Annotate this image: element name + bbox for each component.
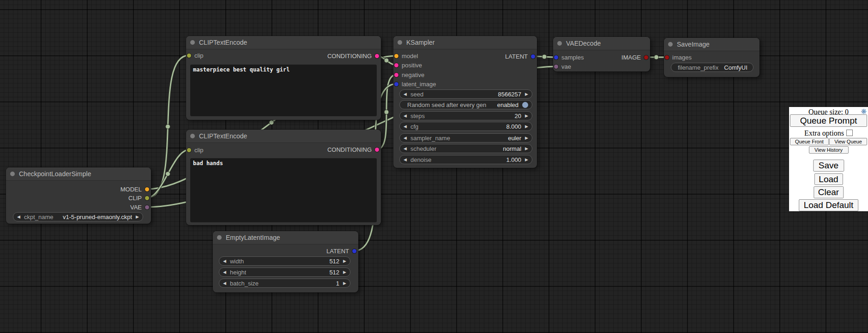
random-seed-toggle[interactable]: Random seed after every gen enabled [399,100,532,109]
collapse-dot-icon[interactable] [10,172,15,176]
settings-gear-icon[interactable]: ❋ [861,108,867,115]
denoise-stepper[interactable]: ◀ denoise 1.000 ▶ [399,155,532,164]
node-checkpoint-loader[interactable]: CheckpointLoaderSimple MODEL CLIP VAE ◀ … [6,167,151,224]
prev-arrow-icon[interactable]: ◀ [404,147,407,151]
width-stepper[interactable]: ◀ width 512 ▶ [219,256,350,266]
queue-prompt-button[interactable]: Queue Prompt [790,114,867,127]
output-slot-conditioning[interactable]: CONDITIONING [327,52,379,60]
prev-arrow-icon[interactable]: ◀ [404,136,407,140]
input-slot-latent-image[interactable]: latent_image [394,80,436,88]
view-queue-button[interactable]: View Queue [829,138,867,145]
model-port-icon[interactable] [145,187,149,191]
conditioning-port-icon[interactable] [394,63,398,67]
decrement-arrow-icon[interactable]: ◀ [404,92,407,96]
clip-port-icon[interactable] [145,196,149,200]
output-slot-latent[interactable]: LATENT [326,247,356,255]
clear-button[interactable]: Clear [814,186,844,198]
latent-port-icon[interactable] [394,82,398,86]
conditioning-port-icon[interactable] [394,73,398,77]
vae-port-icon[interactable] [554,65,558,69]
node-title-bar[interactable]: EmptyLatentImage [213,231,358,244]
input-slot-samples[interactable]: samples [554,53,584,61]
model-port-icon[interactable] [394,54,398,58]
node-title-bar[interactable]: VAEDecode [553,37,650,50]
image-port-icon[interactable] [665,55,669,59]
increment-arrow-icon[interactable]: ▶ [343,281,346,285]
increment-arrow-icon[interactable]: ▶ [343,270,346,274]
vae-port-icon[interactable] [145,205,149,209]
cfg-stepper[interactable]: ◀ cfg 8.000 ▶ [399,122,532,131]
load-button[interactable]: Load [814,173,843,185]
input-slot-vae[interactable]: vae [554,62,571,71]
image-port-icon[interactable] [644,55,648,59]
input-slot-positive[interactable]: positive [394,61,422,69]
collapse-dot-icon[interactable] [190,40,195,45]
conditioning-port-icon[interactable] [375,54,379,58]
prev-arrow-icon[interactable]: ◀ [17,215,20,219]
height-stepper[interactable]: ◀ height 512 ▶ [219,268,350,277]
node-title-bar[interactable]: CheckpointLoaderSimple [6,167,151,181]
latent-port-icon[interactable] [352,249,356,253]
node-title-bar[interactable]: CLIPTextEncode [186,36,381,49]
ckpt-name-combo[interactable]: ◀ ckpt_name v1-5-pruned-emaonly.ckpt ▶ [13,212,143,221]
input-slot-model[interactable]: model [394,52,418,60]
latent-port-icon[interactable] [531,54,535,59]
next-arrow-icon[interactable]: ▶ [525,147,528,151]
next-arrow-icon[interactable]: ▶ [136,215,139,219]
node-title-bar[interactable]: KSampler [393,36,537,49]
decrement-arrow-icon[interactable]: ◀ [223,281,226,285]
extra-options-checkbox[interactable] [846,130,853,136]
steps-stepper[interactable]: ◀ steps 20 ▶ [399,111,532,120]
output-slot-vae[interactable]: VAE [130,203,149,211]
filename-prefix-field[interactable]: filename_prefix ComfyUI [671,63,753,72]
input-slot-negative[interactable]: negative [394,71,424,79]
decrement-arrow-icon[interactable]: ◀ [404,125,407,129]
node-save-image[interactable]: SaveImage images filename_prefix ComfyUI [664,38,760,77]
output-slot-conditioning[interactable]: CONDITIONING [327,145,379,154]
clip-port-icon[interactable] [187,54,191,58]
increment-arrow-icon[interactable]: ▶ [525,114,528,118]
output-slot-clip[interactable]: CLIP [128,194,149,202]
node-ksampler[interactable]: KSampler model positive negative latent_… [393,36,537,168]
latent-port-icon[interactable] [554,55,558,59]
node-graph-canvas[interactable]: CheckpointLoaderSimple MODEL CLIP VAE ◀ … [0,0,868,333]
batch-size-stepper[interactable]: ◀ batch_size 1 ▶ [219,279,350,288]
collapse-dot-icon[interactable] [668,42,673,47]
increment-arrow-icon[interactable]: ▶ [343,259,346,263]
node-title-bar[interactable]: CLIPTextEncode [186,130,381,143]
view-history-button[interactable]: View History [809,146,849,154]
prompt-textarea[interactable]: masterpiece best quality girl [190,65,377,116]
conditioning-port-icon[interactable] [375,148,379,152]
collapse-dot-icon[interactable] [190,134,195,138]
collapse-dot-icon[interactable] [217,235,222,240]
decrement-arrow-icon[interactable]: ◀ [404,158,407,162]
input-slot-clip[interactable]: clip [187,146,204,154]
collapse-dot-icon[interactable] [557,41,562,46]
next-arrow-icon[interactable]: ▶ [525,136,528,140]
input-slot-clip[interactable]: clip [187,51,204,59]
decrement-arrow-icon[interactable]: ◀ [223,270,226,274]
scheduler-combo[interactable]: ◀ scheduler normal ▶ [399,144,532,153]
node-clip-text-encode-negative[interactable]: CLIPTextEncode clip CONDITIONING bad han… [186,130,381,225]
prompt-textarea[interactable]: bad hands [190,158,377,222]
toggle-knob-icon[interactable] [522,102,528,108]
node-clip-text-encode-positive[interactable]: CLIPTextEncode clip CONDITIONING masterp… [186,36,381,120]
node-title-bar[interactable]: SaveImage [664,38,760,51]
output-slot-model[interactable]: MODEL [121,185,149,193]
load-default-button[interactable]: Load Default [799,199,859,211]
node-empty-latent-image[interactable]: EmptyLatentImage LATENT ◀ width 512 ▶ ◀ … [213,231,358,292]
decrement-arrow-icon[interactable]: ◀ [404,114,407,118]
seed-stepper[interactable]: ◀ seed 8566257 ▶ [399,89,532,99]
input-slot-images[interactable]: images [665,53,692,61]
output-slot-image[interactable]: IMAGE [621,53,648,61]
decrement-arrow-icon[interactable]: ◀ [223,259,226,263]
increment-arrow-icon[interactable]: ▶ [525,158,528,162]
collapse-dot-icon[interactable] [398,40,402,45]
increment-arrow-icon[interactable]: ▶ [525,92,528,96]
queue-front-button[interactable]: Queue Front [790,138,829,145]
increment-arrow-icon[interactable]: ▶ [525,125,528,129]
node-vae-decode[interactable]: VAEDecode samples vae IMAGE [553,37,650,71]
save-button[interactable]: Save [813,160,844,172]
output-slot-latent[interactable]: LATENT [505,52,535,60]
sampler-name-combo[interactable]: ◀ sampler_name euler ▶ [399,133,532,143]
